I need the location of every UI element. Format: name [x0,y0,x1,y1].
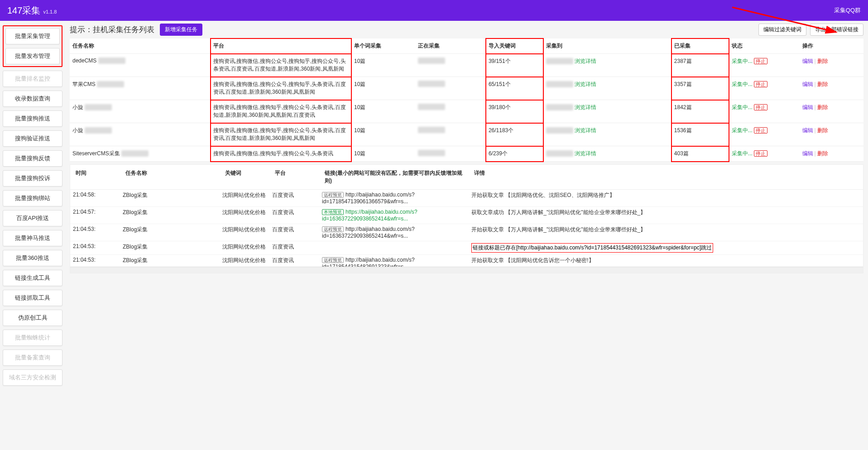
cell-task-name: dedeCMS xxxxx [70,54,211,77]
remote-preview-tag[interactable]: 远程预览 [322,226,344,232]
edit-link[interactable]: 编辑 [802,127,813,134]
log-body[interactable]: 21:04:58:ZBlog采集沈阳网站优化价格百度资讯远程预览http://b… [70,190,863,267]
new-task-button[interactable]: 新增采集任务 [160,24,202,36]
title-text: 挂机采集任务列表 [93,25,154,34]
sidebar-item[interactable]: 收录数据查询 [3,91,62,107]
sidebar-item[interactable]: 链接抓取工具 [3,290,62,306]
browse-detail-link[interactable]: 浏览详情 [575,150,596,157]
local-preview-tag[interactable]: 本地预览 [322,209,344,215]
sidebar-item[interactable]: 批量搜狗绑站 [3,190,62,206]
log-col-kw: 关键词 [222,168,272,187]
log-scrollbar[interactable] [70,267,863,273]
sidebar-item[interactable]: 批量神马推送 [3,230,62,246]
browse-detail-link[interactable]: 浏览详情 [575,104,596,110]
cell-collected: 1842篇 [671,100,729,123]
edit-link[interactable]: 编辑 [802,150,813,157]
edit-link[interactable]: 编辑 [802,81,813,87]
col-single: 单个词采集 [351,38,415,54]
stop-button[interactable]: 停止 [754,58,767,64]
log-plat: 百度资讯 [269,241,319,254]
sidebar-item[interactable]: 批量搜狗反馈 [3,150,62,167]
sidebar-highlight-group: 批量采集管理 批量发布管理 [3,25,62,67]
sidebar: 批量采集管理 批量发布管理 批量排名监控收录数据查询批量搜狗推送搜狗验证推送批量… [0,21,65,390]
cell-collecting: xxxxxxxx [415,146,486,162]
sidebar-item[interactable]: 百度API推送 [3,210,62,226]
export-errors-button[interactable]: 导出全部错误链接 [810,24,863,36]
log-kw: 沈阳网站优化价格 [220,224,269,241]
log-col-link: 链接(最小的网站可能没有匹配，如需要可群内反馈增加规则) [322,168,471,187]
cell-status: 采集中...停止 [729,77,800,100]
cell-status: 采集中...停止 [729,146,800,162]
top-bar: 147采集 v1.1.8 采集QQ群 [0,0,868,21]
delete-link[interactable]: 删除 [817,58,828,64]
log-plat: 百度资讯 [269,224,319,241]
cell-platform: 搜狗资讯,搜狗微信,搜狗公众号,搜狗知乎,搜狗公众号,头条资讯,百度资讯,百度知… [211,54,351,77]
log-detail: 链接或标题已存在[http://baijiahao.baidu.com/s?id… [469,241,863,254]
log-kw: 沈阳网站优化价格 [220,241,269,254]
sidebar-item[interactable]: 搜狗验证推送 [3,130,62,147]
browse-detail-link[interactable]: 浏览详情 [575,58,596,64]
cell-collected: 3357篇 [671,77,729,100]
log-link [319,241,469,254]
cell-ops: 编辑|删除 [800,100,863,123]
main-content: 提示：挂机采集任务列表 新增采集任务 编辑过滤关键词 导出全部错误链接 任务名称… [65,21,868,390]
log-panel: 时间 任务名称 关键词 平台 链接(最小的网站可能没有匹配，如需要可群内反馈增加… [70,164,863,273]
log-col-detail: 详情 [471,168,860,187]
log-detail-boxed: 链接或标题已存在[http://baijiahao.baidu.com/s?id… [471,243,713,253]
brand-version: v1.1.8 [43,9,57,14]
stop-button[interactable]: 停止 [754,150,767,157]
sidebar-item-publish-manage[interactable]: 批量发布管理 [5,48,60,64]
blurred-text: xxxxxxxx [418,104,445,110]
blurred-text: xxxxx [85,104,112,110]
delete-link[interactable]: 删除 [817,150,828,157]
col-collecting: 正在采集 [415,38,486,54]
log-plat: 百度资讯 [269,255,319,267]
cell-ops: 编辑|删除 [800,123,863,146]
log-detail: 获取文章成功 【万人网络讲解_"沈阳网站优化"能给企业带来哪些好处_】 [469,207,863,224]
log-time: 21:04:53: [70,241,120,254]
col-collected: 已采集 [671,38,729,54]
log-row: 21:04:58:ZBlog采集沈阳网站优化价格百度资讯远程预览http://b… [70,190,863,207]
task-table: 任务名称 平台 单个词采集 正在采集 导入关键词 采集到 已采集 状态 操作 d… [70,38,863,162]
log-task: ZBlog采集 [120,255,220,267]
log-detail: 开始获取文章 【沈阳网络优化、沈阳SEO、沈阳网络推广】 [469,190,863,206]
edit-link[interactable]: 编辑 [802,104,813,110]
col-status: 状态 [729,38,800,54]
cell-single: 10篇 [351,146,415,162]
sidebar-item-collect-manage[interactable]: 批量采集管理 [5,28,60,44]
stop-button[interactable]: 停止 [754,127,767,134]
remote-preview-tag[interactable]: 远程预览 [322,192,344,198]
browse-detail-link[interactable]: 浏览详情 [575,81,596,87]
blurred-text: xxxxx [97,81,124,87]
log-col-time: 时间 [73,168,123,187]
blurred-text: xxxxxxxx [418,57,445,64]
browse-detail-link[interactable]: 浏览详情 [575,127,596,134]
cell-task-name: 小旋 xxxxx [70,100,211,123]
log-time: 21:04:53: [70,255,120,267]
sidebar-item[interactable]: 链接生成工具 [3,270,62,286]
remote-preview-tag[interactable]: 远程预览 [322,257,344,263]
sidebar-item[interactable]: 批量360推送 [3,250,62,266]
cell-ops: 编辑|删除 [800,77,863,100]
cell-ops: 编辑|删除 [800,54,863,77]
edit-filter-button[interactable]: 编辑过滤关键词 [758,24,806,36]
col-platform: 平台 [211,38,351,54]
cell-task-name: SiteserverCMS采集 xxxxx [70,146,211,162]
blurred-text: xxxxx [98,57,125,64]
sidebar-item[interactable]: 批量搜狗投诉 [3,170,62,187]
cell-target: xxxxxx 浏览详情 [543,123,671,146]
blurred-text: xxxxxxxx [418,150,445,156]
stop-button[interactable]: 停止 [754,81,767,87]
sidebar-item: 批量蜘蛛统计 [3,330,62,346]
cell-keywords: 26/1183个 [486,123,543,146]
stop-button[interactable]: 停止 [754,104,767,110]
delete-link[interactable]: 删除 [817,81,828,87]
edit-link[interactable]: 编辑 [802,58,813,64]
sidebar-item[interactable]: 批量搜狗推送 [3,110,62,127]
delete-link[interactable]: 删除 [817,127,828,134]
sidebar-item[interactable]: 伪原创工具 [3,310,62,326]
task-table-head: 任务名称 平台 单个词采集 正在采集 导入关键词 采集到 已采集 状态 操作 [70,38,863,54]
cell-target: xxxxxx 浏览详情 [543,77,671,100]
qq-group-link[interactable]: 采集QQ群 [834,6,861,14]
delete-link[interactable]: 删除 [817,104,828,110]
